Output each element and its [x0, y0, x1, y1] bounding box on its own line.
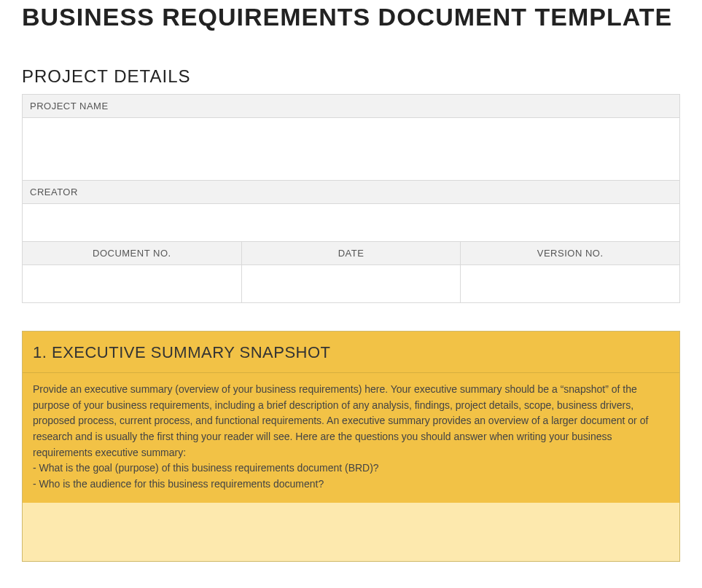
- executive-summary-heading: 1. EXECUTIVE SUMMARY SNAPSHOT: [33, 343, 669, 362]
- executive-summary-body: Provide an executive summary (overview o…: [23, 372, 679, 503]
- executive-summary-input-area[interactable]: [23, 503, 679, 561]
- executive-summary-q1: - What is the goal (purpose) of this bus…: [33, 460, 669, 477]
- document-page: BUSINESS REQUIREMENTS DOCUMENT TEMPLATE …: [0, 0, 702, 562]
- project-name-field[interactable]: [23, 118, 680, 181]
- version-no-label: VERSION NO.: [461, 242, 680, 265]
- project-details-table: PROJECT NAME CREATOR DOCUMENT NO. DATE V…: [22, 94, 680, 303]
- creator-label: CREATOR: [23, 181, 680, 204]
- project-name-label: PROJECT NAME: [23, 95, 680, 118]
- date-label: DATE: [241, 242, 461, 265]
- executive-summary-box: 1. EXECUTIVE SUMMARY SNAPSHOT Provide an…: [22, 331, 680, 562]
- date-field[interactable]: [241, 265, 461, 303]
- executive-summary-q2: - Who is the audience for this business …: [33, 477, 669, 493]
- executive-summary-text: Provide an executive summary (overview o…: [33, 382, 669, 460]
- project-details-heading: PROJECT DETAILS: [22, 66, 680, 87]
- version-no-field[interactable]: [461, 265, 680, 303]
- document-no-field[interactable]: [23, 265, 242, 303]
- executive-summary-title-bar: 1. EXECUTIVE SUMMARY SNAPSHOT: [23, 332, 679, 372]
- document-title: BUSINESS REQUIREMENTS DOCUMENT TEMPLATE: [22, 3, 680, 31]
- creator-field[interactable]: [23, 204, 680, 242]
- document-no-label: DOCUMENT NO.: [23, 242, 242, 265]
